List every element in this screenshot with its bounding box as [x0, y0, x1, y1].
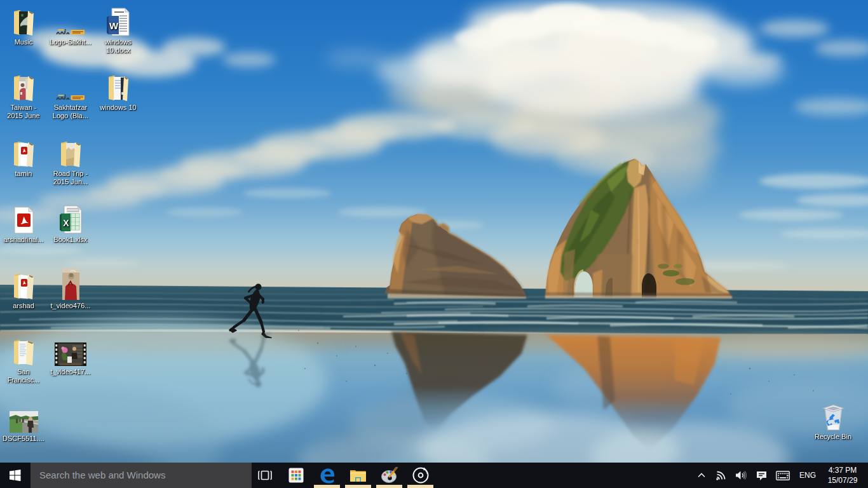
svg-text:X: X [63, 218, 69, 228]
svg-text:W: W [109, 20, 119, 31]
